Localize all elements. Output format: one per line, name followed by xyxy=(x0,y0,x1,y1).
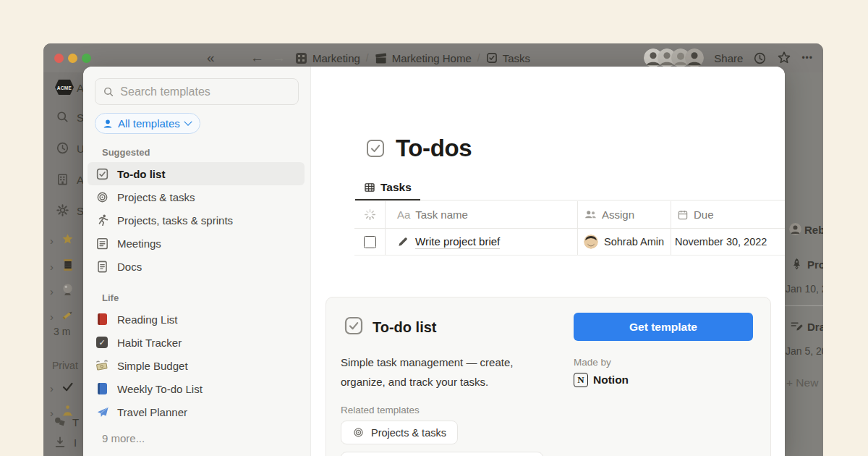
page-content-dimmed: Reb Pro Jan 10, 2 Dra Jan 5, 20 + New xyxy=(785,72,823,456)
breadcrumb-tasks[interactable]: Tasks xyxy=(486,52,530,64)
search-icon xyxy=(56,110,69,124)
new-page-button-fragment: + New xyxy=(786,376,818,389)
due-date-cell: November 30, 2022 xyxy=(671,229,785,255)
template-item-projects-tasks[interactable]: Projects & tasks xyxy=(88,185,305,208)
suggested-template-list: To-do list Projects & tasks Projects, ta… xyxy=(88,162,305,278)
pencil-page-icon xyxy=(61,308,75,321)
filter-label: All templates xyxy=(118,117,180,130)
template-item-weekly-to-do-list[interactable]: Weekly To-do List xyxy=(88,377,305,400)
avatar xyxy=(789,223,801,235)
app-sidebar-dimmed: ACME A S U A S › › › › › 3 m Privat › › … xyxy=(43,72,83,456)
share-button[interactable]: Share xyxy=(714,52,743,64)
blue-book-icon xyxy=(95,381,109,396)
thread-spool-icon xyxy=(62,258,74,271)
avatar xyxy=(685,48,704,67)
template-item-label: Travel Planner xyxy=(117,406,187,418)
settings-label-fragment: S xyxy=(77,205,83,217)
related-template-label: Projects & tasks xyxy=(371,427,446,439)
template-preview: To-dos Tasks Aa Task name Assign xyxy=(311,67,785,456)
related-template-partial[interactable] xyxy=(341,452,543,456)
table-icon xyxy=(364,182,375,193)
template-item-simple-budget[interactable]: Simple Budget xyxy=(88,354,305,377)
breadcrumb-marketing-home[interactable]: Marketing Home xyxy=(375,52,472,64)
expand-chevron: › xyxy=(50,285,54,297)
import-icon xyxy=(54,436,67,449)
tab-label: Tasks xyxy=(380,181,412,194)
task-checkbox xyxy=(364,236,376,248)
search-icon xyxy=(103,85,114,98)
updates-label-fragment: U xyxy=(77,143,83,155)
task-name-cell: Write project brief xyxy=(385,229,577,255)
template-item-label: Projects, tasks & sprints xyxy=(117,214,233,227)
text-type-icon: Aa xyxy=(397,208,410,221)
marketing-board-icon xyxy=(295,52,307,64)
workspace-badge: ACME xyxy=(55,80,74,95)
template-item-label: Weekly To-do List xyxy=(117,383,203,395)
due-date: November 30, 2022 xyxy=(675,236,767,248)
more-pages-fragment: 3 m xyxy=(54,326,70,337)
breadcrumb-marketing[interactable]: Marketing xyxy=(295,52,360,64)
card-title: To-do list xyxy=(373,319,437,336)
template-item-projects-tasks-sprints[interactable]: Projects, tasks & sprints xyxy=(88,208,305,232)
table-row: Write project brief Sohrab Amin November… xyxy=(354,229,785,256)
template-item-meetings[interactable]: Meetings xyxy=(88,232,305,255)
breadcrumb-separator: / xyxy=(366,52,369,64)
assignee-avatar xyxy=(584,235,598,249)
calendar-icon xyxy=(677,209,689,221)
close-button[interactable] xyxy=(54,54,64,63)
zoom-button[interactable] xyxy=(82,54,91,63)
task-title: Write project brief xyxy=(415,235,500,249)
column-label: Due xyxy=(694,208,714,221)
get-template-button[interactable]: Get template xyxy=(574,313,753,341)
template-item-label: Reading List xyxy=(117,313,177,326)
search-label-fragment: S xyxy=(77,111,83,124)
column-task-name: Aa Task name xyxy=(385,201,577,228)
templates-shapes-icon xyxy=(54,415,67,428)
people-icon xyxy=(584,208,597,221)
card-checkbox-icon xyxy=(344,316,364,336)
column-label: Task name xyxy=(415,208,468,221)
filter-all-templates[interactable]: All templates xyxy=(95,113,200,134)
star-icon[interactable] xyxy=(777,51,791,65)
member-avatars[interactable] xyxy=(644,48,704,67)
template-sidebar: All templates Suggested To-do list Proje… xyxy=(83,67,311,456)
expand-chevron: › xyxy=(50,311,54,323)
template-item-travel-planner[interactable]: Travel Planner xyxy=(88,400,305,423)
pencil-icon xyxy=(397,236,409,248)
search-input[interactable] xyxy=(120,85,291,98)
life-template-list: Reading List ✓ Habit Tracker Simple Budg… xyxy=(88,308,305,423)
target-icon xyxy=(352,426,365,439)
template-item-to-do-list[interactable]: To-do list xyxy=(88,162,305,185)
template-item-label: Simple Budget xyxy=(117,360,188,372)
updates-clock-icon xyxy=(56,141,69,155)
template-item-docs[interactable]: Docs xyxy=(88,255,305,278)
assignee-name: Sohrab Amin xyxy=(604,236,664,248)
tab-tasks[interactable]: Tasks xyxy=(355,175,420,200)
related-template-projects-tasks[interactable]: Projects & tasks xyxy=(341,421,458,444)
template-item-reading-list[interactable]: Reading List xyxy=(88,308,305,331)
show-more-templates[interactable]: 9 more... xyxy=(102,432,299,444)
minimize-button[interactable] xyxy=(68,54,77,63)
clapperboard-icon xyxy=(375,52,387,64)
column-loading xyxy=(354,201,385,228)
section-header-suggested: Suggested xyxy=(102,147,299,158)
page-checkbox-icon xyxy=(365,138,386,159)
workspace-name-fragment: A xyxy=(77,82,83,94)
related-templates-label: Related templates xyxy=(341,405,420,415)
table-header-row: Aa Task name Assign Due xyxy=(354,201,785,229)
maker-link[interactable]: N Notion xyxy=(574,373,629,387)
checkmark-page-icon xyxy=(61,381,74,393)
template-search[interactable] xyxy=(95,78,299,105)
maker-name: Notion xyxy=(593,373,629,387)
more-options-button[interactable]: ••• xyxy=(801,53,813,63)
template-item-label: Habit Tracker xyxy=(117,337,182,349)
rocket-icon xyxy=(791,257,803,270)
expand-chevron: › xyxy=(50,382,54,394)
template-item-label: Meetings xyxy=(117,237,161,250)
clock-icon[interactable] xyxy=(753,51,767,65)
template-item-habit-tracker[interactable]: ✓ Habit Tracker xyxy=(88,331,305,354)
notion-logo-icon: N xyxy=(574,373,588,387)
card-description: Simple task management — create, organiz… xyxy=(341,352,550,392)
template-item-label: Projects & tasks xyxy=(117,191,195,203)
memo-icon xyxy=(95,236,109,250)
